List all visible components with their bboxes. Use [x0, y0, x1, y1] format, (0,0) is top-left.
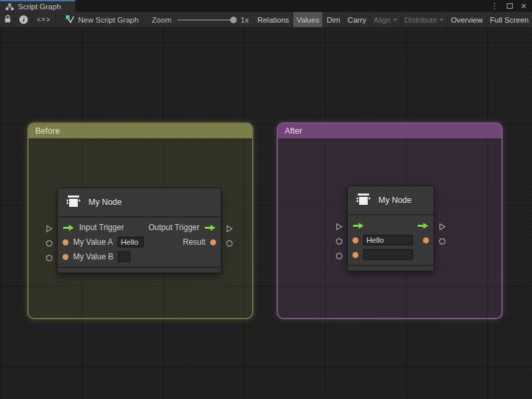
value-b-input[interactable] [118, 251, 130, 262]
code-view-button[interactable]: <×> [32, 12, 55, 27]
hierarchy-icon [5, 3, 14, 11]
node-header[interactable]: My Node [348, 186, 434, 215]
chevron-down-icon [440, 19, 444, 21]
port-row [348, 233, 434, 247]
flow-in-port-icon[interactable] [63, 224, 74, 231]
node-title: My Node [378, 196, 412, 205]
lock-button[interactable] [0, 12, 15, 27]
external-flow-out-marker[interactable] [225, 225, 233, 233]
zoom-control: Zoom 1x [152, 12, 249, 27]
port-label: My Value B [73, 252, 113, 261]
value-out-port-icon[interactable] [423, 237, 429, 243]
tab-bar: Script Graph ⋮ ✕ [0, 0, 532, 12]
value-in-port-icon[interactable] [63, 254, 68, 260]
group-title: After [285, 126, 302, 136]
port-row [348, 247, 434, 262]
inspect-button[interactable]: i [15, 12, 32, 27]
node-ports [348, 215, 434, 265]
zoom-value: 1x [241, 16, 249, 24]
external-value-out-marker[interactable] [438, 237, 446, 245]
external-flow-in-marker[interactable] [335, 223, 343, 231]
graph-asset-name: New Script Graph [78, 16, 139, 24]
port-label: Result [183, 237, 205, 247]
zoom-slider[interactable] [178, 19, 235, 21]
chevron-down-icon [393, 19, 397, 21]
value-in-port-icon[interactable] [63, 239, 68, 245]
port-row: My Value B [58, 249, 221, 264]
toolbar-toggle-buttons: Relations Values Dim Carry Align Distrib… [254, 12, 532, 27]
value-a-input[interactable] [118, 237, 144, 247]
values-button[interactable]: Values [293, 12, 323, 27]
external-value-in-marker[interactable] [335, 237, 343, 245]
overview-button[interactable]: Overview [448, 12, 486, 27]
external-value-out-marker[interactable] [225, 239, 233, 247]
tab-script-graph[interactable]: Script Graph [0, 0, 75, 12]
script-graph-icon [65, 15, 74, 25]
port-label: Output Trigger [148, 223, 200, 232]
external-value-in-marker[interactable] [45, 239, 53, 247]
graph-toolbar: i <×> New Script Graph Zoom 1x Relations… [0, 12, 532, 28]
port-row [348, 218, 434, 233]
relations-button[interactable]: Relations [254, 12, 293, 27]
info-icon: i [19, 15, 28, 24]
node-my-node-after[interactable]: My Node [347, 186, 434, 271]
graph-canvas[interactable]: Before After My Node [0, 28, 532, 399]
port-row: Input Trigger Output Trigger [58, 220, 221, 235]
external-value-in-marker[interactable] [45, 254, 53, 262]
dim-button[interactable]: Dim [323, 12, 343, 27]
value-in-port-icon[interactable] [352, 237, 358, 243]
window-controls: ⋮ ✕ [491, 0, 527, 12]
zoom-label: Zoom [152, 16, 171, 24]
group-before-header[interactable]: Before [29, 124, 252, 138]
value-a-input[interactable] [363, 235, 413, 245]
port-row: My Value A Result [58, 235, 221, 249]
flow-out-port-icon[interactable] [417, 222, 429, 229]
kebab-menu-icon[interactable]: ⋮ [491, 2, 499, 10]
node-footer [58, 267, 221, 273]
value-b-input[interactable] [363, 249, 413, 260]
lock-icon [4, 15, 11, 25]
unit-icon [65, 194, 82, 211]
external-flow-in-marker[interactable] [45, 225, 53, 233]
node-footer [348, 265, 434, 271]
group-after-header[interactable]: After [278, 124, 501, 138]
unit-icon [355, 192, 372, 209]
port-label: Input Trigger [79, 223, 124, 232]
value-in-port-icon[interactable] [352, 252, 358, 258]
port-label: My Value A [73, 237, 113, 247]
align-dropdown[interactable]: Align [370, 12, 401, 27]
zoom-slider-knob[interactable] [230, 17, 237, 23]
tab-title: Script Graph [18, 3, 61, 11]
external-value-in-marker[interactable] [335, 252, 343, 260]
carry-button[interactable]: Carry [344, 12, 370, 27]
close-icon[interactable]: ✕ [521, 3, 527, 10]
node-header[interactable]: My Node [58, 188, 221, 217]
distribute-dropdown[interactable]: Distribute [401, 12, 447, 27]
flow-out-port-icon[interactable] [204, 224, 216, 231]
node-ports: Input Trigger Output Trigger My Value A … [58, 217, 221, 267]
value-out-port-icon[interactable] [210, 239, 216, 245]
maximize-icon[interactable] [507, 3, 513, 9]
group-title: Before [35, 126, 60, 136]
external-flow-out-marker[interactable] [438, 223, 446, 231]
flow-in-port-icon[interactable] [352, 222, 364, 229]
node-title: My Node [88, 198, 122, 207]
graph-asset: New Script Graph [65, 12, 139, 27]
fullscreen-button[interactable]: Full Screen [487, 12, 532, 27]
node-my-node-before[interactable]: My Node Input Trigger Output Trigger [57, 188, 221, 273]
code-icon: <×> [37, 16, 51, 23]
